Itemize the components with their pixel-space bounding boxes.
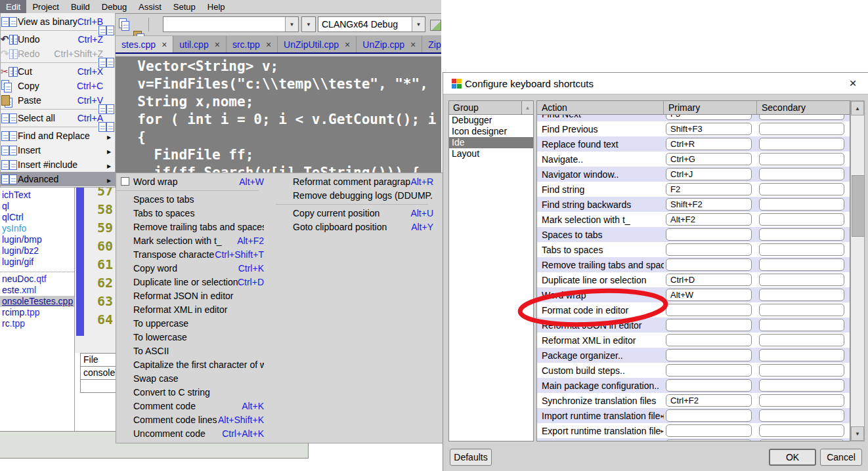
menu-item[interactable]: Transpose characters Ctrl+Shift+T xyxy=(116,247,276,261)
package-item[interactable]: ichText xyxy=(0,190,74,201)
primary-shortcut-input[interactable] xyxy=(666,379,752,392)
secondary-shortcut-input[interactable] xyxy=(759,274,844,286)
table-row[interactable]: Import runtime translation file (*.t xyxy=(537,408,850,423)
table-row[interactable]: Package organizer.. xyxy=(537,348,850,363)
menu-item[interactable]: Comment code Alt+K xyxy=(116,399,276,413)
table-row[interactable] xyxy=(537,438,850,441)
primary-shortcut-input[interactable] xyxy=(666,424,752,437)
menu-item[interactable]: Insert #include xyxy=(1,157,115,172)
package-item[interactable]: ysInfo xyxy=(0,223,74,234)
secondary-shortcut-input[interactable] xyxy=(759,168,844,180)
menu-item[interactable]: Goto clipboard position Alt+Y xyxy=(276,220,445,234)
menu-item[interactable]: Remove trailing tabs and spaces xyxy=(116,220,276,234)
tab-close-icon[interactable]: × xyxy=(162,39,167,50)
package-item[interactable]: ql xyxy=(0,201,74,212)
close-icon[interactable]: × xyxy=(843,73,863,93)
scroll-down-icon[interactable]: ▼ xyxy=(851,426,864,441)
secondary-shortcut-input[interactable] xyxy=(759,243,844,256)
defaults-button[interactable]: Defaults xyxy=(450,449,492,466)
secondary-shortcut-input[interactable] xyxy=(759,440,844,441)
primary-shortcut-input[interactable]: Shift+F3 xyxy=(666,123,752,135)
secondary-shortcut-input[interactable] xyxy=(759,258,844,271)
editor-tab[interactable]: UnZipUtil.cpp × xyxy=(278,36,357,52)
file-item[interactable]: este.xml xyxy=(0,285,74,296)
package-item[interactable]: lugin/bmp xyxy=(0,234,74,245)
secondary-shortcut-input[interactable] xyxy=(759,228,844,241)
scrollbar-thumb[interactable] xyxy=(852,175,865,237)
menu-item[interactable]: Capitalize the first character of words xyxy=(116,358,276,371)
file-item[interactable]: rcimp.tpp xyxy=(0,307,74,318)
table-row[interactable]: Replace found text Ctrl+R xyxy=(537,136,850,152)
table-row[interactable]: Find string F2 xyxy=(537,182,850,197)
copy-icon[interactable] xyxy=(118,18,130,30)
primary-shortcut-input[interactable]: Ctrl+J xyxy=(666,168,752,180)
menu-item[interactable]: Uncomment code Ctrl+Alt+K xyxy=(116,426,276,440)
table-row[interactable]: Find string backwards Shift+F2 xyxy=(537,197,850,212)
editor-tab[interactable]: Zip.cpp × xyxy=(422,36,441,52)
secondary-shortcut-input[interactable] xyxy=(759,334,844,346)
build-config-combobox[interactable]: CLANGx64 Debug ▼ xyxy=(318,16,425,32)
ok-button[interactable]: OK xyxy=(769,449,816,466)
secondary-shortcut-input[interactable] xyxy=(759,379,844,392)
menu-item[interactable]: Convert to C string xyxy=(116,385,276,399)
menu-item[interactable]: Cut Ctrl+X xyxy=(1,64,115,79)
table-scrollbar[interactable]: ▲ ▼ xyxy=(850,100,865,441)
secondary-shortcut-input[interactable] xyxy=(759,304,844,316)
editor-tab[interactable]: src.tpp × xyxy=(227,36,278,52)
menu-item[interactable]: Copy Ctrl+C xyxy=(1,79,115,93)
primary-shortcut-input[interactable]: Ctrl+D xyxy=(666,274,752,286)
menu-bar-item[interactable]: Assist xyxy=(133,0,167,13)
table-row[interactable]: Spaces to tabs xyxy=(537,227,850,242)
menu-item[interactable]: Reformat JSON in editor xyxy=(116,289,276,302)
primary-shortcut-input[interactable]: Shift+F2 xyxy=(666,198,752,211)
secondary-shortcut-input[interactable] xyxy=(759,115,844,120)
table-row[interactable]: Word wrap Alt+W xyxy=(537,287,850,302)
tab-close-icon[interactable]: × xyxy=(345,39,350,50)
secondary-shortcut-input[interactable] xyxy=(759,183,844,195)
primary-shortcut-input[interactable]: Alt+F2 xyxy=(666,213,752,226)
secondary-shortcut-input[interactable] xyxy=(759,289,844,301)
menu-bar-item[interactable]: Help xyxy=(202,0,231,13)
table-row[interactable]: Custom build steps.. xyxy=(537,363,850,378)
menu-bar-item[interactable]: Debug xyxy=(96,0,133,13)
tab-close-icon[interactable]: × xyxy=(266,39,271,50)
editor-tab[interactable]: UnZip.cpp × xyxy=(357,36,422,52)
menu-item[interactable]: Insert xyxy=(1,143,115,157)
primary-shortcut-input[interactable] xyxy=(666,319,752,331)
table-row[interactable]: Remove trailing tabs and spaces xyxy=(537,257,850,272)
menu-item[interactable]: Comment code lines Alt+Shift+K xyxy=(116,413,276,426)
table-row[interactable]: Export runtime translation file (*.t xyxy=(537,423,850,438)
tab-close-icon[interactable]: × xyxy=(215,39,220,50)
primary-shortcut-input[interactable] xyxy=(666,228,752,241)
file-item[interactable]: onsoleTestes.cpp xyxy=(0,296,74,307)
table-row[interactable]: Find Previous Shift+F3 xyxy=(537,121,850,136)
table-row[interactable]: Duplicate line or selection Ctrl+D xyxy=(537,272,850,287)
primary-shortcut-input[interactable]: Ctrl+F2 xyxy=(666,394,752,407)
group-item[interactable]: Icon designer xyxy=(449,126,533,137)
menu-item[interactable]: Swap case xyxy=(116,371,276,385)
table-row[interactable]: Format code in editor xyxy=(537,302,850,317)
menu-item[interactable]: Reformat XML in editor xyxy=(116,302,276,316)
primary-shortcut-input[interactable] xyxy=(666,243,752,256)
package-icon[interactable] xyxy=(429,18,442,31)
file-mini-row[interactable]: consoleT xyxy=(80,367,118,380)
primary-shortcut-input[interactable] xyxy=(666,440,752,441)
find-combobox[interactable]: ▼ xyxy=(163,16,299,32)
menu-item[interactable]: Undo Ctrl+Z xyxy=(1,32,115,47)
menu-bar-item[interactable]: Setup xyxy=(167,0,202,13)
secondary-shortcut-input[interactable] xyxy=(759,213,844,226)
menu-item[interactable]: Mark selection with t_ Alt+F2 xyxy=(116,234,276,247)
menu-item[interactable]: Duplicate line or selection Ctrl+D xyxy=(116,275,276,289)
group-item[interactable]: Debugger xyxy=(449,115,533,126)
scroll-up-icon[interactable]: ▲ xyxy=(522,100,534,115)
table-row[interactable]: Navigate.. Ctrl+G xyxy=(537,152,850,167)
secondary-shortcut-input[interactable] xyxy=(759,409,844,422)
group-item[interactable]: Ide xyxy=(449,137,533,148)
menu-item[interactable]: To ASCII xyxy=(116,344,276,358)
menu-item[interactable]: Tabs to spaces xyxy=(116,206,276,220)
secondary-shortcut-input[interactable] xyxy=(759,394,844,407)
primary-shortcut-input[interactable]: Alt+W xyxy=(666,289,752,301)
dropdown-arrow-icon[interactable]: ▼ xyxy=(285,17,298,31)
secondary-shortcut-input[interactable] xyxy=(759,138,844,150)
menu-bar-item[interactable]: Build xyxy=(65,0,96,13)
